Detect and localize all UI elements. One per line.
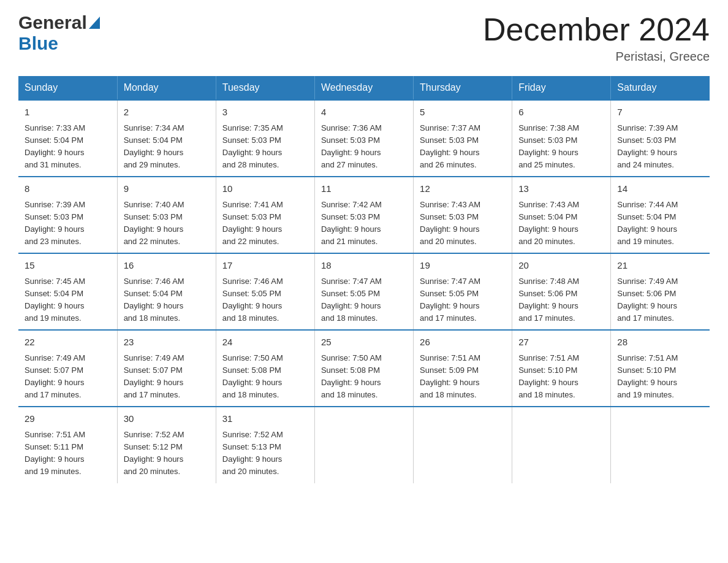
day-header-monday: Monday (117, 76, 216, 100)
day-info: Sunrise: 7:33 AM Sunset: 5:04 PM Dayligh… (25, 122, 111, 172)
calendar-cell: 21 Sunrise: 7:49 AM Sunset: 5:06 PM Dayl… (611, 253, 710, 330)
day-info: Sunrise: 7:35 AM Sunset: 5:03 PM Dayligh… (222, 122, 308, 172)
day-info: Sunrise: 7:37 AM Sunset: 5:03 PM Dayligh… (420, 122, 506, 172)
day-number: 15 (25, 259, 111, 273)
title-block: December 2024 Peristasi, Greece (483, 12, 710, 64)
calendar-week-row: 22 Sunrise: 7:49 AM Sunset: 5:07 PM Dayl… (18, 330, 710, 407)
day-info: Sunrise: 7:51 AM Sunset: 5:09 PM Dayligh… (420, 352, 506, 402)
day-number: 31 (222, 412, 308, 426)
day-info: Sunrise: 7:49 AM Sunset: 5:07 PM Dayligh… (124, 352, 210, 402)
day-info: Sunrise: 7:41 AM Sunset: 5:03 PM Dayligh… (222, 199, 308, 248)
calendar-cell: 5 Sunrise: 7:37 AM Sunset: 5:03 PM Dayli… (414, 100, 512, 177)
day-info: Sunrise: 7:44 AM Sunset: 5:04 PM Dayligh… (617, 199, 703, 248)
day-number: 13 (518, 182, 604, 196)
calendar-cell: 7 Sunrise: 7:39 AM Sunset: 5:03 PM Dayli… (611, 100, 710, 177)
logo-general: General (18, 12, 87, 33)
day-info: Sunrise: 7:48 AM Sunset: 5:06 PM Dayligh… (518, 275, 604, 325)
day-number: 29 (25, 412, 111, 426)
day-header-saturday: Saturday (611, 76, 710, 100)
logo-blue: Blue (18, 33, 58, 54)
calendar-cell: 20 Sunrise: 7:48 AM Sunset: 5:06 PM Dayl… (512, 253, 611, 330)
day-info: Sunrise: 7:47 AM Sunset: 5:05 PM Dayligh… (321, 275, 407, 325)
day-header-tuesday: Tuesday (216, 76, 314, 100)
calendar-cell (314, 407, 413, 483)
calendar-cell: 4 Sunrise: 7:36 AM Sunset: 5:03 PM Dayli… (314, 100, 413, 177)
calendar-cell: 12 Sunrise: 7:43 AM Sunset: 5:03 PM Dayl… (414, 177, 512, 253)
day-number: 7 (617, 105, 703, 120)
calendar-cell: 30 Sunrise: 7:52 AM Sunset: 5:12 PM Dayl… (117, 407, 216, 483)
page-header: General Blue December 2024 Peristasi, Gr… (18, 12, 710, 64)
day-info: Sunrise: 7:45 AM Sunset: 5:04 PM Dayligh… (25, 275, 111, 325)
day-info: Sunrise: 7:43 AM Sunset: 5:04 PM Dayligh… (518, 199, 604, 248)
day-info: Sunrise: 7:49 AM Sunset: 5:07 PM Dayligh… (25, 352, 111, 402)
calendar-cell: 19 Sunrise: 7:47 AM Sunset: 5:05 PM Dayl… (414, 253, 512, 330)
calendar-cell: 2 Sunrise: 7:34 AM Sunset: 5:04 PM Dayli… (117, 100, 216, 177)
day-info: Sunrise: 7:52 AM Sunset: 5:13 PM Dayligh… (222, 429, 308, 478)
calendar-cell (414, 407, 512, 483)
day-number: 20 (518, 259, 604, 273)
day-number: 22 (25, 335, 111, 350)
day-number: 8 (25, 182, 111, 196)
calendar-cell: 24 Sunrise: 7:50 AM Sunset: 5:08 PM Dayl… (216, 330, 314, 407)
day-number: 4 (321, 105, 407, 120)
day-number: 5 (420, 105, 506, 120)
calendar-cell: 17 Sunrise: 7:46 AM Sunset: 5:05 PM Dayl… (216, 253, 314, 330)
day-header-wednesday: Wednesday (314, 76, 413, 100)
day-number: 24 (222, 335, 308, 350)
day-header-friday: Friday (512, 76, 611, 100)
day-info: Sunrise: 7:46 AM Sunset: 5:04 PM Dayligh… (124, 275, 210, 325)
calendar-cell: 6 Sunrise: 7:38 AM Sunset: 5:03 PM Dayli… (512, 100, 611, 177)
day-info: Sunrise: 7:38 AM Sunset: 5:03 PM Dayligh… (518, 122, 604, 172)
day-number: 1 (25, 105, 111, 120)
calendar-cell: 29 Sunrise: 7:51 AM Sunset: 5:11 PM Dayl… (18, 407, 117, 483)
calendar-header-row: SundayMondayTuesdayWednesdayThursdayFrid… (18, 76, 710, 100)
day-info: Sunrise: 7:40 AM Sunset: 5:03 PM Dayligh… (124, 199, 210, 248)
day-info: Sunrise: 7:34 AM Sunset: 5:04 PM Dayligh… (124, 122, 210, 172)
calendar-cell: 18 Sunrise: 7:47 AM Sunset: 5:05 PM Dayl… (314, 253, 413, 330)
svg-marker-0 (89, 17, 100, 29)
day-info: Sunrise: 7:47 AM Sunset: 5:05 PM Dayligh… (420, 275, 506, 325)
day-number: 14 (617, 182, 703, 196)
day-number: 25 (321, 335, 407, 350)
calendar-cell: 26 Sunrise: 7:51 AM Sunset: 5:09 PM Dayl… (414, 330, 512, 407)
day-info: Sunrise: 7:46 AM Sunset: 5:05 PM Dayligh… (222, 275, 308, 325)
day-number: 28 (617, 335, 703, 350)
day-number: 30 (124, 412, 210, 426)
day-header-thursday: Thursday (414, 76, 512, 100)
calendar-cell: 3 Sunrise: 7:35 AM Sunset: 5:03 PM Dayli… (216, 100, 314, 177)
day-number: 16 (124, 259, 210, 273)
calendar-cell: 27 Sunrise: 7:51 AM Sunset: 5:10 PM Dayl… (512, 330, 611, 407)
calendar-cell: 22 Sunrise: 7:49 AM Sunset: 5:07 PM Dayl… (18, 330, 117, 407)
day-info: Sunrise: 7:51 AM Sunset: 5:10 PM Dayligh… (518, 352, 604, 402)
day-number: 9 (124, 182, 210, 196)
calendar-table: SundayMondayTuesdayWednesdayThursdayFrid… (18, 76, 710, 483)
day-number: 26 (420, 335, 506, 350)
day-info: Sunrise: 7:51 AM Sunset: 5:11 PM Dayligh… (25, 429, 111, 478)
day-info: Sunrise: 7:43 AM Sunset: 5:03 PM Dayligh… (420, 199, 506, 248)
calendar-cell: 28 Sunrise: 7:51 AM Sunset: 5:10 PM Dayl… (611, 330, 710, 407)
calendar-cell (611, 407, 710, 483)
calendar-week-row: 29 Sunrise: 7:51 AM Sunset: 5:11 PM Dayl… (18, 407, 710, 483)
day-header-sunday: Sunday (18, 76, 117, 100)
day-number: 23 (124, 335, 210, 350)
calendar-cell (512, 407, 611, 483)
calendar-week-row: 1 Sunrise: 7:33 AM Sunset: 5:04 PM Dayli… (18, 100, 710, 177)
day-info: Sunrise: 7:39 AM Sunset: 5:03 PM Dayligh… (617, 122, 703, 172)
calendar-cell: 11 Sunrise: 7:42 AM Sunset: 5:03 PM Dayl… (314, 177, 413, 253)
calendar-week-row: 8 Sunrise: 7:39 AM Sunset: 5:03 PM Dayli… (18, 177, 710, 253)
calendar-cell: 1 Sunrise: 7:33 AM Sunset: 5:04 PM Dayli… (18, 100, 117, 177)
day-number: 12 (420, 182, 506, 196)
day-info: Sunrise: 7:50 AM Sunset: 5:08 PM Dayligh… (222, 352, 308, 402)
calendar-cell: 31 Sunrise: 7:52 AM Sunset: 5:13 PM Dayl… (216, 407, 314, 483)
day-number: 11 (321, 182, 407, 196)
page-title: December 2024 (483, 12, 710, 47)
calendar-cell: 23 Sunrise: 7:49 AM Sunset: 5:07 PM Dayl… (117, 330, 216, 407)
day-info: Sunrise: 7:39 AM Sunset: 5:03 PM Dayligh… (25, 199, 111, 248)
day-number: 2 (124, 105, 210, 120)
page-subtitle: Peristasi, Greece (483, 50, 710, 64)
day-number: 19 (420, 259, 506, 273)
calendar-cell: 10 Sunrise: 7:41 AM Sunset: 5:03 PM Dayl… (216, 177, 314, 253)
day-number: 6 (518, 105, 604, 120)
day-number: 21 (617, 259, 703, 273)
calendar-cell: 25 Sunrise: 7:50 AM Sunset: 5:08 PM Dayl… (314, 330, 413, 407)
